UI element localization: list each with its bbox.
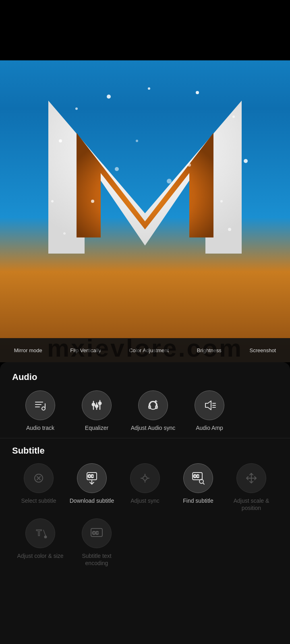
svg-line-48 xyxy=(203,483,204,484)
equalizer-label: Equalizer xyxy=(85,424,108,431)
subtitle-text-encoding-label: Subtitle text encoding xyxy=(72,552,122,567)
toolbar-mirror-mode[interactable]: Mirror mode xyxy=(11,346,46,355)
toolbar-color-adjustment[interactable]: Color Adjustment xyxy=(126,346,172,355)
subtitle-section-title: Subtitle xyxy=(12,446,278,456)
bottom-panel: Audio Audio track xyxy=(0,362,290,644)
adjust-audio-sync-icon xyxy=(146,398,160,413)
audio-amp-icon xyxy=(202,398,217,413)
audio-track-item[interactable]: Audio track xyxy=(12,390,68,431)
adjust-sync-icon xyxy=(138,471,152,485)
svg-text:CC: CC xyxy=(193,474,199,479)
svg-point-9 xyxy=(51,200,54,202)
video-area: Mirror mode Flip Vertically Color Adjust… xyxy=(0,0,290,362)
svg-point-14 xyxy=(228,228,231,231)
find-subtitle-item[interactable]: CC Find subtitle xyxy=(172,463,225,504)
svg-point-11 xyxy=(115,167,119,171)
adjust-audio-sync-item[interactable]: Adjust Audio sync xyxy=(125,390,181,431)
svg-point-10 xyxy=(167,179,172,184)
adjust-sync-icon-circle xyxy=(130,463,160,493)
svg-point-24 xyxy=(92,403,95,406)
adjust-audio-sync-label: Adjust Audio sync xyxy=(131,424,176,431)
audio-amp-label: Audio Amp xyxy=(196,424,223,431)
svg-point-13 xyxy=(136,140,138,142)
svg-point-19 xyxy=(42,407,45,410)
find-subtitle-label: Find subtitle xyxy=(183,497,213,504)
audio-track-icon xyxy=(33,398,48,413)
audio-amp-item[interactable]: Audio Amp xyxy=(181,390,238,431)
equalizer-icon-circle xyxy=(82,390,112,420)
svg-point-3 xyxy=(148,87,150,90)
svg-point-15 xyxy=(63,232,66,235)
adjust-color-size-item: T Adjust color & size xyxy=(12,518,68,559)
toolbar-strip: Mirror mode Flip Vertically Color Adjust… xyxy=(0,338,290,362)
svg-point-5 xyxy=(232,116,235,118)
adjust-color-size-icon-circle: T xyxy=(25,518,55,548)
svg-text:CC: CC xyxy=(92,530,99,535)
subtitle-text-encoding-icon-circle: CC xyxy=(82,518,112,548)
subtitle-row-2: T Adjust color & size CC Subtitle text e… xyxy=(12,518,278,567)
download-subtitle-item[interactable]: CC Download subtitle xyxy=(65,463,118,504)
svg-point-1 xyxy=(75,107,78,110)
toolbar-flip-vertically[interactable]: Flip Vertically xyxy=(67,346,104,355)
toolbar-screenshot[interactable]: Screenshot xyxy=(246,346,279,355)
subtitle-row-1: Select subtitle CC Download subtitle xyxy=(12,463,278,512)
adjust-color-size-label: Adjust color & size xyxy=(17,552,63,559)
adjust-scale-position-item: Adjust scale & position xyxy=(225,463,278,512)
adjust-color-size-icon: T xyxy=(33,526,48,541)
audio-track-icon-circle xyxy=(25,390,55,420)
select-subtitle-icon-circle xyxy=(24,463,54,493)
svg-marker-30 xyxy=(205,401,211,410)
svg-text:T: T xyxy=(36,528,42,538)
select-subtitle-item: Select subtitle xyxy=(12,463,65,504)
subtitle-section: Subtitle Select subtitle xyxy=(0,438,290,571)
svg-point-40 xyxy=(143,476,147,480)
subtitle-text-encoding-icon: CC xyxy=(89,526,104,541)
find-subtitle-icon-circle: CC xyxy=(183,463,213,493)
equalizer-icon xyxy=(89,398,104,413)
adjust-audio-sync-icon-circle xyxy=(138,390,168,420)
svg-point-53 xyxy=(45,536,47,538)
svg-text:CC: CC xyxy=(88,474,93,479)
download-subtitle-icon-circle: CC xyxy=(77,463,107,493)
download-subtitle-label: Download subtitle xyxy=(70,497,114,504)
audio-amp-icon-circle xyxy=(195,390,224,420)
top-black-bar xyxy=(0,0,290,60)
adjust-scale-position-icon xyxy=(244,471,259,485)
audio-items-row: Audio track Equalizer xyxy=(12,390,278,431)
subtitle-text-encoding-item: CC Subtitle text encoding xyxy=(68,518,125,567)
select-subtitle-label: Select subtitle xyxy=(21,497,56,504)
adjust-scale-position-icon-circle xyxy=(236,463,266,493)
svg-point-7 xyxy=(220,200,223,202)
svg-point-0 xyxy=(59,139,62,142)
app-logo xyxy=(28,60,262,294)
toolbar-brightness[interactable]: Brightness xyxy=(194,346,225,355)
select-subtitle-icon xyxy=(31,471,46,485)
svg-point-26 xyxy=(99,402,102,405)
svg-point-6 xyxy=(244,159,248,163)
download-subtitle-icon: CC xyxy=(85,471,99,485)
adjust-sync-label: Adjust sync xyxy=(130,497,160,504)
audio-section-title: Audio xyxy=(12,372,278,382)
svg-point-25 xyxy=(95,405,98,408)
audio-section: Audio Audio track xyxy=(0,362,290,436)
equalizer-item[interactable]: Equalizer xyxy=(68,390,125,431)
svg-point-2 xyxy=(107,95,111,99)
adjust-scale-position-label: Adjust scale & position xyxy=(228,497,275,512)
svg-point-4 xyxy=(196,91,199,94)
adjust-sync-item: Adjust sync xyxy=(118,463,172,504)
svg-point-8 xyxy=(91,200,94,203)
find-subtitle-icon: CC xyxy=(191,471,205,485)
svg-point-12 xyxy=(188,163,191,167)
audio-track-label: Audio track xyxy=(26,424,54,431)
